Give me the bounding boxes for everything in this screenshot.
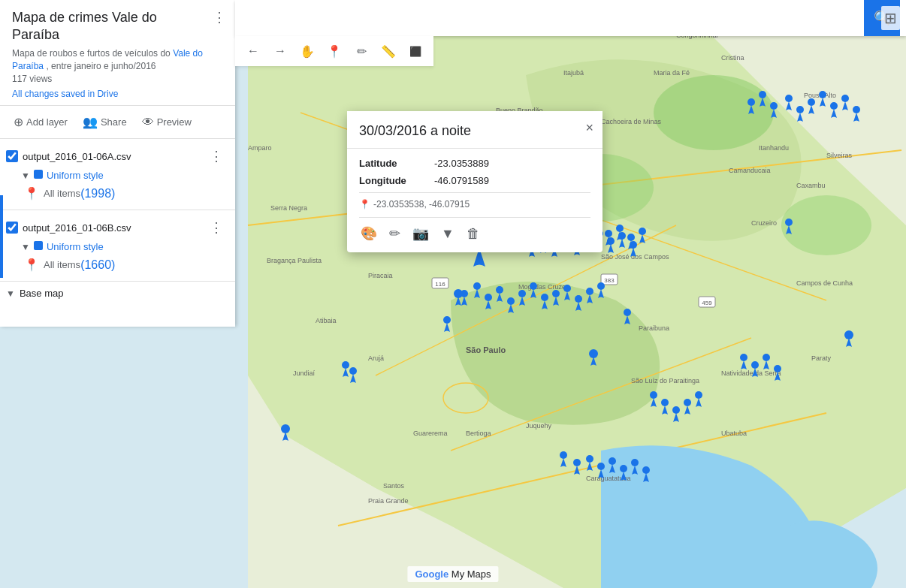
layer-1-items[interactable]: 📍 All items (1998) [0, 183, 235, 204]
svg-text:Guarerema: Guarerema [413, 430, 448, 437]
layer-2-checkbox[interactable] [6, 222, 18, 234]
google-text: Google [415, 568, 448, 580]
svg-point-82 [552, 290, 560, 297]
layer-2-style-icon [33, 240, 44, 253]
nav-forward-button[interactable]: → [268, 39, 292, 63]
layer-2-expand-icon: ▼ [21, 242, 30, 252]
popup-close-button[interactable]: × [585, 120, 593, 136]
svg-point-88 [759, 91, 766, 98]
svg-text:Juquehy: Juquehy [526, 422, 552, 430]
measure-tool-button[interactable]: ⬛ [403, 39, 427, 63]
svg-text:Campos de Cunha: Campos de Cunha [796, 279, 853, 287]
svg-point-122 [349, 367, 357, 375]
svg-point-97 [740, 354, 747, 361]
latitude-label: Latitude [359, 158, 434, 169]
svg-text:Paraibuna: Paraibuna [639, 324, 669, 332]
longitude-field: Longitude -46.0791589 [359, 175, 590, 186]
svg-point-75 [473, 282, 481, 290]
svg-text:São Luíz do Paraitinga: São Luíz do Paraitinga [631, 377, 699, 384]
saved-status: All changes saved in Drive [12, 89, 223, 99]
layer-2-items[interactable]: 📍 All items (1660) [0, 255, 235, 275]
draw-tool-button[interactable]: ✏ [349, 39, 373, 63]
active-indicator [0, 195, 3, 278]
layer-1-checkbox[interactable] [6, 150, 18, 162]
layer-2-style[interactable]: ▼ Uniform style [0, 239, 235, 255]
coords-pin-icon: 📍 [359, 199, 370, 210]
search-input[interactable] [241, 5, 864, 32]
svg-point-83 [563, 285, 571, 292]
sidebar: Mapa de crimes Vale do Paraíba Mapa de r… [0, 0, 235, 327]
description-text1: Mapa de roubos e furtos de veículos do [12, 48, 171, 59]
svg-text:Serra Negra: Serra Negra [270, 204, 307, 212]
svg-text:Piracaia: Piracaia [368, 272, 393, 279]
popup-photo-button[interactable]: 📷 [411, 224, 430, 243]
svg-point-71 [607, 237, 615, 245]
svg-text:Ubatuba: Ubatuba [721, 430, 747, 437]
map-description: Mapa de roubos e furtos de veículos do V… [12, 47, 223, 73]
svg-point-104 [684, 399, 691, 406]
grid-icon[interactable]: ⊞ [881, 6, 900, 30]
svg-point-72 [618, 232, 626, 240]
svg-text:459: 459 [702, 300, 712, 306]
svg-point-106 [560, 451, 567, 459]
popup-delete-button[interactable]: 🗑 [465, 224, 482, 243]
layer-2-items-count: (1660) [80, 258, 115, 272]
svg-point-99 [763, 354, 770, 361]
add-layer-button[interactable]: ⊕ Add layer [12, 112, 69, 132]
svg-text:Paraty: Paraty [811, 354, 832, 362]
svg-point-112 [631, 459, 639, 466]
svg-point-79 [518, 290, 526, 297]
svg-text:Maria da Fé: Maria da Fé [654, 69, 690, 77]
layer-1-style[interactable]: ▼ Uniform style [0, 167, 235, 183]
layer-2-items-label: All items [44, 259, 80, 270]
layer-1-more-button[interactable]: ⋮ [207, 148, 226, 164]
svg-point-94 [830, 102, 838, 110]
pin-tool-icon: 📍 [327, 44, 342, 59]
map-title: Mapa de crimes Vale do Paraíba [12, 9, 223, 44]
svg-text:Bertioga: Bertioga [466, 430, 491, 437]
svg-point-98 [751, 361, 759, 369]
share-label: Share [101, 116, 127, 128]
share-button[interactable]: 👥 Share [81, 112, 128, 132]
footer: Google My Maps [407, 566, 498, 582]
preview-label: Preview [157, 116, 192, 128]
svg-point-92 [808, 98, 815, 106]
preview-icon: 👁 [142, 116, 154, 129]
svg-point-113 [642, 466, 650, 474]
edit-icon: ✏ [389, 226, 400, 241]
layer-1-header: output_2016_01-06A.csv ⋮ [0, 145, 235, 167]
layer-item-1: output_2016_01-06A.csv ⋮ ▼ Uniform style… [0, 139, 235, 210]
popup-edit-button[interactable]: ✏ [388, 224, 402, 243]
ruler-tool-button[interactable]: 📏 [376, 39, 400, 63]
svg-point-108 [586, 455, 593, 463]
hand-tool-button[interactable]: ✋ [295, 39, 319, 63]
popup-style-button[interactable]: 🎨 [359, 224, 379, 243]
preview-button[interactable]: 👁 Preview [140, 113, 193, 132]
pin-tool-button[interactable]: 📍 [322, 39, 346, 63]
layer-1-expand-icon: ▼ [21, 170, 30, 181]
coords-text: -23.0353538, -46.07915 [373, 199, 470, 210]
layer-1-style-label: Uniform style [47, 170, 104, 181]
footer-text: Google My Maps [415, 568, 491, 580]
nav-back-button[interactable]: ← [241, 39, 265, 63]
sidebar-more-button[interactable]: ⋮ [213, 9, 226, 26]
svg-point-120 [281, 424, 290, 433]
share-icon: 👥 [83, 115, 98, 129]
top-toolbar: 🔍 [235, 0, 906, 36]
style-icon: 🎨 [361, 226, 377, 241]
svg-point-61 [616, 225, 624, 232]
description-text2: , entre janeiro e junho/2016 [46, 61, 156, 71]
layer-2-more-button[interactable]: ⋮ [207, 219, 226, 236]
base-map-header[interactable]: ▼ Base map [6, 288, 226, 299]
popup-filter-button[interactable]: ▼ [439, 224, 456, 243]
hand-icon: ✋ [300, 44, 315, 59]
base-map-section[interactable]: ▼ Base map [0, 282, 235, 305]
svg-point-73 [630, 241, 637, 249]
longitude-value: -46.0791589 [434, 175, 489, 186]
popup-header: 30/03/2016 a noite × [347, 111, 602, 149]
svg-text:Amparo: Amparo [248, 144, 272, 152]
latitude-field: Latitude -23.0353889 [359, 158, 590, 169]
svg-text:Santos: Santos [383, 482, 405, 490]
add-layer-icon: ⊕ [14, 115, 23, 129]
svg-point-96 [853, 106, 860, 113]
